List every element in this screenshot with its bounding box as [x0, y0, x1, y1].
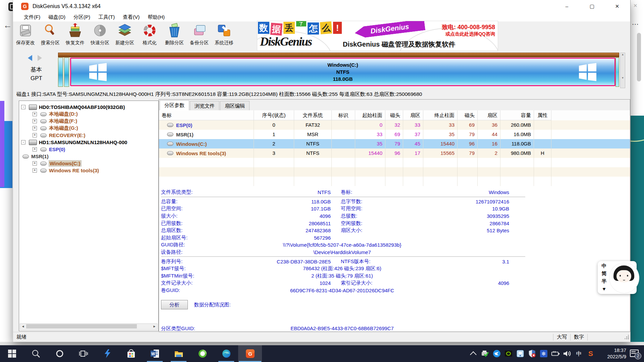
tray-volume-icon[interactable] — [563, 349, 572, 358]
scrollbar-thumb[interactable] — [26, 324, 137, 328]
selected-partition-fs: NTFS — [71, 68, 614, 75]
expand-toggle[interactable]: + — [33, 168, 37, 173]
sogou-mode-simplified[interactable]: 简 — [600, 269, 608, 277]
sogou-mode-halfwidth[interactable]: 半 — [600, 277, 608, 285]
tree-item-local-d[interactable]: + 本地磁盘(D:) — [19, 111, 158, 118]
cortana-button[interactable] — [48, 345, 71, 362]
tray-printer-icon[interactable] — [481, 349, 489, 358]
table-row-windows-re[interactable]: Windows RE tools(3) 3NTFS 154409617 1556… — [159, 148, 630, 158]
tray-battery-icon[interactable] — [551, 349, 560, 358]
search-partition-button[interactable]: 搜索分区 — [38, 22, 63, 50]
tray-snowflake-icon[interactable]: ❄ — [539, 349, 548, 358]
tree-item-msr[interactable]: MSR(1) — [19, 153, 158, 160]
background-window-purple-block — [0, 101, 4, 187]
partition-bar-esp[interactable] — [58, 58, 63, 87]
quick-partition-button[interactable]: 快速分区 — [88, 22, 112, 50]
tree-item-local-g[interactable]: + 本地磁盘(G:) — [19, 125, 158, 132]
tree-item-hd1[interactable]: - HD1:SAMSUNGMZNLN128HAHQ-000 — [19, 139, 158, 146]
expand-toggle[interactable]: + — [33, 133, 37, 137]
scroll-left-icon[interactable]: ◄ — [20, 324, 26, 329]
tray-ime-indicator[interactable]: 中 — [575, 349, 583, 358]
menu-view[interactable]: 查看(V) — [119, 13, 144, 21]
notification-badge: 2 — [635, 353, 641, 359]
tab-browse-files[interactable]: 浏览文件 — [190, 101, 219, 111]
taskbar-app-diskgenius[interactable]: G — [238, 345, 262, 362]
close-button[interactable]: ✕ — [607, 0, 627, 13]
tray-nvidia-icon[interactable] — [504, 349, 513, 358]
disk-graph-scrollbar[interactable]: ▲▼ — [620, 53, 625, 88]
tree-item-esp[interactable]: + ESP(0) — [19, 146, 158, 153]
backup-partition-button[interactable]: 备份分区 — [187, 22, 212, 50]
expand-toggle[interactable]: - — [21, 105, 25, 109]
resize-grip[interactable] — [625, 335, 629, 340]
search-partition-icon — [43, 33, 58, 39]
recover-files-button[interactable]: 恢复文件 — [63, 22, 88, 50]
menu-help[interactable]: 帮助(H) — [144, 13, 169, 21]
partition-bar-msr[interactable] — [64, 58, 69, 87]
system-tray: ❄ 中 S 18:37 2022/5/9 2 — [469, 347, 644, 360]
save-changes-button[interactable]: 保存更改 — [13, 22, 38, 50]
sogou-heart-icon[interactable]: ♥ — [600, 285, 608, 293]
start-button[interactable] — [0, 345, 24, 362]
delete-partition-button[interactable]: 删除分区 — [162, 22, 187, 50]
partition-bar-re-tools[interactable] — [615, 58, 619, 87]
format-button[interactable]: 格式化 — [137, 22, 162, 50]
partition-icon — [40, 112, 47, 116]
expand-toggle[interactable]: - — [21, 140, 25, 144]
taskbar-search-button[interactable] — [24, 345, 48, 362]
menu-file[interactable]: 文件(F) — [20, 13, 44, 21]
expand-toggle[interactable]: + — [33, 126, 37, 130]
scroll-right-icon[interactable]: ► — [152, 324, 157, 329]
tree-item-recovery-e[interactable]: + RECOVERY(E:) — [19, 132, 158, 139]
menu-tools[interactable]: 工具(T) — [94, 13, 119, 21]
tray-feishu-icon[interactable] — [492, 349, 501, 358]
sogou-ime-widget[interactable]: 中 简 半 ♥ — [598, 261, 637, 294]
system-migrate-button[interactable]: 系统迁移 — [212, 22, 236, 50]
menu-disk[interactable]: 磁盘(D) — [44, 13, 69, 21]
table-row-windows-c[interactable]: Windows(C:) 2NTFS 357945 154409616 118.0… — [159, 139, 630, 148]
tree-horizontal-scrollbar[interactable]: ◄ ► — [20, 323, 158, 330]
tree-item-windows-re[interactable]: + Windows RE tools(3) — [19, 167, 158, 174]
taskbar-app-thunder[interactable] — [95, 345, 119, 362]
banner-qq-link[interactable]: 或点击此处选择QQ咨询 — [445, 31, 495, 37]
expand-toggle[interactable]: + — [33, 112, 37, 116]
minimize-button[interactable]: – — [557, 0, 577, 13]
tree-item-local-f[interactable]: + 本地磁盘(F:) — [19, 118, 158, 125]
prev-disk-icon[interactable] — [28, 55, 32, 61]
tray-security-shield-icon[interactable] — [528, 349, 536, 358]
taskbar-clock[interactable]: 18:37 2022/5/9 — [598, 347, 626, 360]
menu-partition[interactable]: 分区(P) — [69, 13, 94, 21]
notification-center-button[interactable]: 2 — [629, 349, 641, 358]
task-view-button[interactable] — [71, 345, 95, 362]
ad-banner[interactable]: 数 据 丢 了 怎 么 ! DiskGenius DiskGenius 致电: … — [257, 21, 498, 51]
tree-item-windows-c[interactable]: + Windows(C:) — [19, 160, 158, 167]
title-bar[interactable]: G DiskGenius V5.4.3.1342 x64 – ▢ ✕ — [13, 0, 630, 13]
tray-intel-graphics-icon[interactable] — [516, 349, 525, 358]
hidden-icons-chevron[interactable] — [469, 349, 478, 358]
expand-toggle[interactable]: + — [33, 161, 37, 166]
task bar-app-explorer[interactable] — [167, 345, 191, 362]
taskbar-app-360browser[interactable] — [191, 345, 214, 362]
analyze-button[interactable]: 分析 — [161, 300, 188, 309]
tab-partition-params[interactable]: 分区参数 — [160, 100, 189, 111]
status-ready: 就绪 — [13, 334, 550, 340]
sogou-mode-cn[interactable]: 中 — [600, 262, 608, 269]
detail-row: 文件记录大小:1024 索引记录大小:4096 — [161, 280, 537, 287]
tab-sector-edit[interactable]: 扇区编辑 — [220, 101, 250, 111]
tray-sogou-icon[interactable]: S — [586, 349, 595, 358]
table-row-esp[interactable]: ESP(0) 0FAT32 03233 336936 260.0MB — [159, 120, 630, 130]
expand-toggle[interactable]: + — [33, 147, 37, 152]
tree-item-hd0[interactable]: - HD0:TOSHIBAMQ04ABF100(932GB) — [19, 104, 158, 111]
table-row-msr[interactable]: MSR(1) 1MSR 336937 357944 16.0MB — [159, 130, 630, 139]
taskbar-app-edge[interactable] — [214, 345, 238, 362]
next-disk-icon[interactable] — [38, 55, 42, 61]
expand-toggle[interactable]: + — [33, 119, 37, 123]
taskbar-app-word[interactable]: W — [143, 345, 167, 362]
cortana-icon — [55, 349, 64, 358]
partition-bar-windows-c[interactable]: Windows(C:) NTFS 118.0GB — [70, 58, 615, 86]
table-row-empty — [159, 158, 630, 167]
store-icon — [126, 349, 136, 358]
taskbar-app-store[interactable] — [119, 345, 143, 362]
maximize-button[interactable]: ▢ — [582, 0, 602, 13]
new-partition-button[interactable]: 新建分区 — [112, 22, 137, 50]
